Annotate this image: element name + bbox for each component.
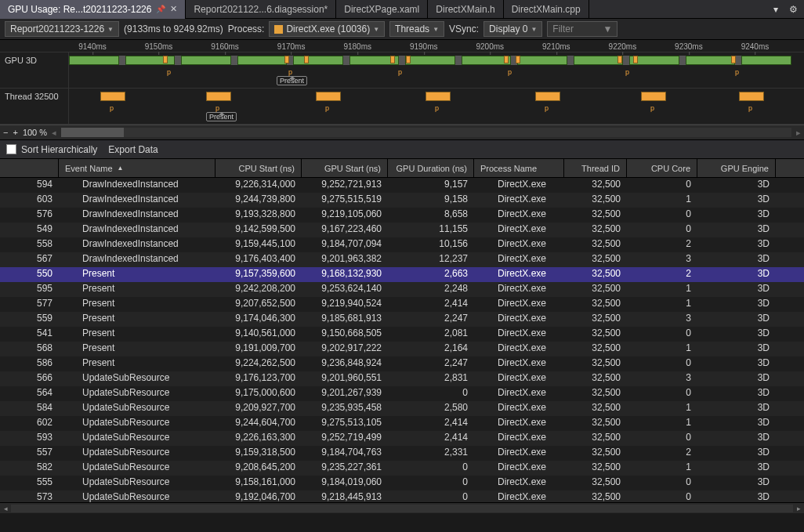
tab[interactable]: Report2021122...6.diagsession* [186,0,336,19]
table-row[interactable]: 567DrawIndexedInstanced9,176,403,4009,20… [0,252,804,267]
tab[interactable]: DirectXMain.h [428,0,503,19]
tab-label: GPU Usage: Re...t20211223-1226 [8,4,151,15]
grid-header: Event Name▲ CPU Start (ns) GPU Start (ns… [0,159,804,178]
process-value: DirectX.exe (10036) [286,24,370,34]
report-toolbar: Report20211223-1226▼ (9133ms to 9249.92m… [0,19,804,40]
p-marker: p [748,104,752,112]
table-row[interactable]: 564UpdateSubResource9,175,000,6009,201,2… [0,386,804,401]
p-marker: p [110,104,114,112]
table-row[interactable]: 593UpdateSubResource9,226,163,3009,252,7… [0,431,804,446]
ruler-tick: 9140ms [78,42,107,51]
tab-overflow-icon[interactable]: ▾ [769,4,783,15]
pin-icon[interactable]: 📌 [156,5,165,13]
thread-lane-label: Thread 32500 [0,89,69,124]
threads-selector[interactable]: Threads▼ [389,21,444,37]
sort-asc-icon: ▲ [118,165,124,172]
ruler-tick: 9220ms [609,42,637,51]
table-row[interactable]: 566UpdateSubResource9,176,123,7009,201,9… [0,371,804,386]
ruler-tick: 9190ms [410,42,438,51]
tab[interactable]: DirectXMain.cpp [504,0,589,19]
vsync-value: Display 0 [489,24,527,34]
checkbox-icon [6,144,16,154]
table-row[interactable]: 594DrawIndexedInstanced9,226,314,0009,25… [0,178,804,193]
table-row[interactable]: 602UpdateSubResource9,244,604,7009,275,5… [0,416,804,431]
event-grid: Event Name▲ CPU Start (ns) GPU Start (ns… [0,159,804,502]
time-range-label: (9133ms to 9249.92ms) [124,24,223,34]
ruler-tick: 9150ms [145,42,173,51]
col-gpu-start[interactable]: GPU Start (ns) [302,159,388,177]
table-row[interactable]: 582UpdateSubResource9,208,645,2009,235,2… [0,461,804,476]
ruler-tick: 9180ms [343,42,371,51]
gpu-lane: GPU 3D ppppppPresent [0,52,804,89]
grid-options-bar: Sort Hierarchically Export Data [0,140,804,159]
col-gpu-duration[interactable]: GPU Duration (ns) [388,159,474,177]
gear-icon[interactable]: ⚙ [783,4,804,15]
table-row[interactable]: 603DrawIndexedInstanced9,244,739,8009,27… [0,193,804,208]
process-icon [274,25,283,34]
table-row[interactable]: 549DrawIndexedInstanced9,142,599,5009,16… [0,223,804,237]
present-callout: Present [277,76,307,85]
col-id[interactable] [0,159,59,177]
zoom-level: 100 % [23,128,47,137]
thread-lane: Thread 32500 pppppppPresent [0,89,804,125]
table-row[interactable]: 557UpdateSubResource9,159,318,5009,184,7… [0,446,804,461]
scroll-left-icon[interactable]: ◂ [0,505,11,512]
table-row[interactable]: 577Present9,207,652,5009,219,940,5242,41… [0,297,804,312]
p-marker: p [508,68,512,76]
filter-placeholder: Filter [552,24,574,34]
table-row[interactable]: 595Present9,242,208,2009,253,624,1402,24… [0,282,804,297]
ruler-tick: 9210ms [542,42,570,51]
p-marker: p [325,104,329,112]
process-selector[interactable]: DirectX.exe (10036)▼ [269,21,385,37]
col-thread-id[interactable]: Thread ID [564,159,627,177]
col-gpu-engine[interactable]: GPU Engine [697,159,776,177]
p-marker: p [545,104,549,112]
table-row[interactable]: 568Present9,191,009,7009,202,917,2222,16… [0,342,804,356]
document-tabbar: GPU Usage: Re...t20211223-1226 📌 ✕ Repor… [0,0,804,19]
table-row[interactable]: 558DrawIndexedInstanced9,159,445,1009,18… [0,237,804,252]
col-cpu-start[interactable]: CPU Start (ns) [215,159,302,177]
horizontal-scrollbar[interactable]: ◂ ▸ [0,502,804,513]
p-marker: p [398,68,402,76]
filter-input[interactable]: Filter▼ [547,21,617,37]
table-row[interactable]: 584UpdateSubResource9,209,927,7009,235,9… [0,401,804,416]
col-event-name[interactable]: Event Name▲ [59,159,215,177]
zoom-bar: − + 100 % ◂ ▸ [0,125,804,140]
scroll-right-icon[interactable]: ▸ [793,505,804,512]
tab[interactable]: DirectXPage.xaml [336,0,428,19]
sort-hierarchically-toggle[interactable]: Sort Hierarchically [6,144,97,155]
table-row[interactable]: 559Present9,174,046,3009,185,681,9132,24… [0,312,804,327]
ruler-tick: 9160ms [211,42,239,51]
thread-lane-body[interactable]: pppppppPresent [69,89,804,124]
zoom-out-button[interactable]: − [3,128,8,137]
tab-gpu-usage[interactable]: GPU Usage: Re...t20211223-1226 📌 ✕ [0,0,186,19]
present-callout: Present [206,112,237,121]
export-data-link[interactable]: Export Data [108,144,158,155]
ruler-tick: 9200ms [476,42,504,51]
zoom-in-button[interactable]: + [13,128,17,137]
table-row[interactable]: 555UpdateSubResource9,158,161,0009,184,0… [0,476,804,490]
report-selector[interactable]: Report20211223-1226▼ [5,21,119,37]
sort-hierarchically-label: Sort Hierarchically [21,144,97,155]
table-row[interactable]: 541Present9,140,561,0009,150,668,5052,08… [0,327,804,342]
col-cpu-core[interactable]: CPU Core [627,159,697,177]
time-ruler[interactable]: 9140ms9150ms9160ms9170ms9180ms9190ms9200… [0,40,804,52]
table-row[interactable]: 586Present9,224,262,5009,236,848,9242,24… [0,356,804,371]
p-marker: p [625,68,629,76]
col-process-name[interactable]: Process Name [474,159,564,177]
threads-label: Threads [395,24,429,34]
ruler-tick: 9170ms [277,42,306,51]
p-marker: p [435,104,439,112]
table-row[interactable]: 576DrawIndexedInstanced9,193,328,8009,21… [0,208,804,223]
ruler-tick: 9240ms [741,42,770,51]
timeline-panel: 9140ms9150ms9160ms9170ms9180ms9190ms9200… [0,40,804,125]
process-label: Process: [228,24,265,34]
p-marker: p [735,68,739,76]
table-row[interactable]: 550Present9,157,359,6009,168,132,9302,66… [0,267,804,282]
close-icon[interactable]: ✕ [170,4,177,14]
p-marker: p [167,68,171,76]
table-row[interactable]: 573UpdateSubResource9,192,046,7009,218,4… [0,490,804,502]
timeline-scrollbar[interactable] [61,128,791,137]
vsync-selector[interactable]: Display 0▼ [483,21,542,37]
gpu-lane-body[interactable]: ppppppPresent [69,52,804,88]
